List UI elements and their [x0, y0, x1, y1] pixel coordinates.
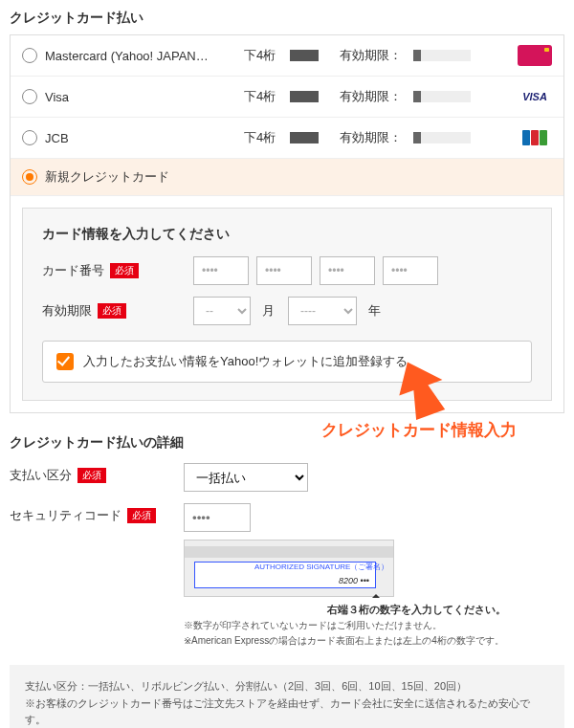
footer-line-2: ※お客様のクレジットカード番号はご注文先ストアを経由せず、カード会社に安全に送信…	[25, 695, 549, 728]
annotation-text: クレジットカード情報入力	[321, 419, 517, 441]
last4-label: 下4桁	[244, 129, 282, 146]
expiry-label: 有効期限：	[340, 47, 402, 64]
card-number-input-4[interactable]	[383, 256, 438, 285]
signature-caption: AUTHORIZED SIGNATURE（ご署名）	[254, 562, 388, 572]
new-card-label: 新規クレジットカード	[45, 168, 169, 186]
security-note-bold: 右端３桁の数字を入力してください。	[327, 603, 506, 617]
radio-icon	[22, 130, 37, 145]
card-number-input-3[interactable]	[320, 256, 375, 285]
card-option-jcb[interactable]: JCB 下4桁 有効期限：	[11, 118, 563, 159]
footer-info: 支払い区分：一括払い、リボルビング払い、分割払い（2回、3回、6回、10回、15…	[10, 665, 564, 728]
security-note-2: ※American Expressの場合はカード表面右上または左上の4桁の数字で…	[184, 634, 506, 648]
card-number-input-2[interactable]	[256, 256, 312, 285]
card-option-mastercard[interactable]: Mastercard (Yahoo! JAPAN… 下4桁 有効期限：	[11, 35, 563, 77]
card-number-label: カード番号	[42, 262, 104, 279]
radio-icon	[22, 89, 37, 104]
expiry-row: 有効期限 必須 -- 月 ---- 年	[42, 297, 532, 325]
pay-type-row: 支払い区分 必須 一括払い	[10, 463, 564, 492]
card-name: Mastercard (Yahoo! JAPAN…	[45, 49, 236, 63]
last4-masked	[290, 50, 319, 61]
wallet-register-label: 入力したお支払い情報をYahoo!ウォレットに追加登録する	[83, 353, 408, 370]
checkbox-icon	[56, 353, 74, 370]
security-note-1: ※数字が印字されていないカードはご利用いただけません。	[184, 619, 506, 632]
svg-marker-0	[389, 353, 453, 423]
card-number-input-1[interactable]	[193, 256, 249, 285]
expiry-label: 有効期限：	[340, 88, 402, 105]
pay-type-select[interactable]: 一括払い	[184, 463, 308, 492]
wallet-register-row[interactable]: 入力したお支払い情報をYahoo!ウォレットに追加登録する	[42, 341, 532, 383]
section-heading: クレジットカード払い	[10, 10, 564, 27]
yahoo-card-logo	[518, 45, 552, 66]
expiry-label: 有効期限	[42, 302, 92, 320]
footer-line-1: 支払い区分：一括払い、リボルビング払い、分割払い（2回、3回、6回、10回、15…	[25, 678, 549, 695]
security-code-input[interactable]	[184, 503, 251, 532]
last4-label: 下4桁	[244, 47, 282, 64]
card-back-illustration: AUTHORIZED SIGNATURE（ご署名） 8200 ••• 右端３桁の…	[184, 540, 506, 648]
expiry-month-select[interactable]: --	[193, 297, 251, 325]
expiry-masked	[413, 91, 471, 102]
form-title: カード情報を入力してください	[42, 226, 532, 243]
last4-label: 下4桁	[244, 88, 282, 105]
radio-icon	[22, 48, 37, 63]
card-option-new[interactable]: 新規クレジットカード	[11, 159, 563, 196]
year-unit: 年	[368, 302, 381, 320]
last4-masked	[290, 132, 319, 143]
required-badge: 必須	[127, 508, 156, 523]
pointer-arrow-icon	[372, 590, 380, 598]
card-option-visa[interactable]: Visa 下4桁 有効期限： VISA	[11, 77, 563, 118]
expiry-year-select[interactable]: ----	[288, 297, 357, 325]
pay-type-label: 支払い区分	[10, 467, 72, 484]
card-list: Mastercard (Yahoo! JAPAN… 下4桁 有効期限： Visa…	[10, 34, 564, 413]
visa-logo: VISA	[518, 86, 552, 107]
required-badge: 必須	[110, 263, 139, 278]
card-name: Visa	[45, 90, 236, 104]
jcb-logo	[518, 127, 552, 148]
security-code-label: セキュリティコード	[10, 507, 121, 524]
new-card-form: カード情報を入力してください カード番号 必須 有効期限 必須 -- 月 ---…	[22, 208, 552, 401]
expiry-masked	[413, 50, 471, 61]
radio-icon	[22, 169, 37, 185]
expiry-label: 有効期限：	[340, 129, 402, 146]
card-name: JCB	[45, 131, 236, 145]
last4-masked	[290, 91, 319, 102]
required-badge: 必須	[98, 303, 126, 319]
signature-sample-digits: 8200 •••	[339, 576, 369, 585]
security-code-row: セキュリティコード 必須 AUTHORIZED SIGNATURE（ご署名） 8…	[10, 503, 564, 648]
required-badge: 必須	[77, 468, 106, 483]
expiry-masked	[413, 132, 471, 143]
card-details-section: クレジットカード払いの詳細 支払い区分 必須 一括払い セキュリティコード 必須…	[10, 434, 564, 648]
month-unit: 月	[262, 302, 275, 320]
card-number-row: カード番号 必須	[42, 256, 532, 285]
